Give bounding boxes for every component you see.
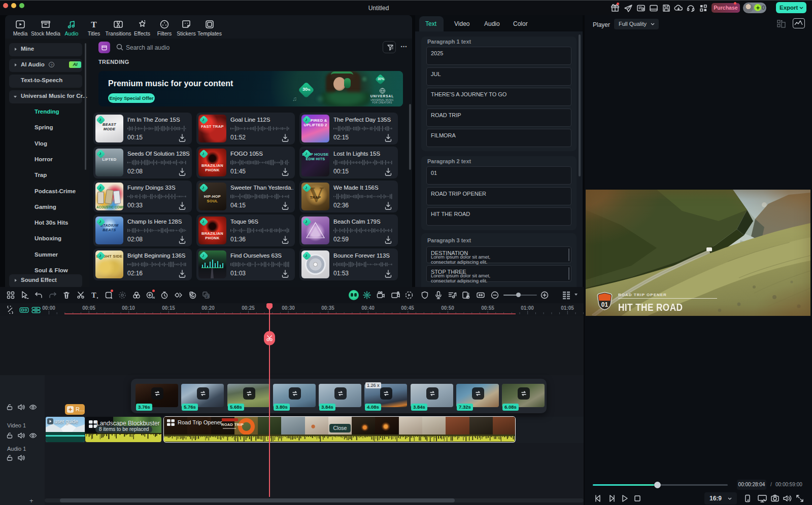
svg-text:T: T [91, 20, 97, 29]
svg-text:01: 01 [601, 301, 608, 308]
svg-text:AI: AI [152, 296, 155, 299]
svg-text:A: A [207, 295, 210, 298]
svg-text:T: T [91, 292, 96, 299]
